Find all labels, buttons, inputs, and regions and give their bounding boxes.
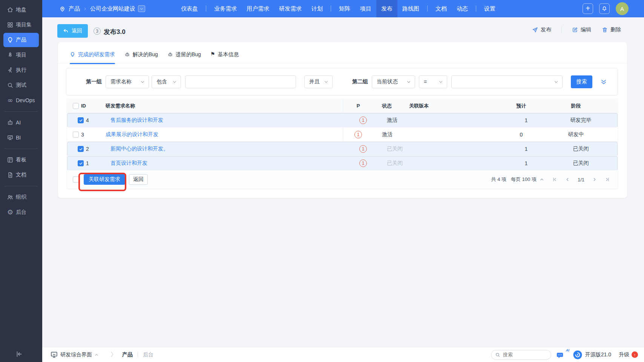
select-all-checkbox[interactable] (73, 103, 79, 109)
bottom-crumb-admin[interactable]: 后台 (143, 351, 153, 358)
back-button[interactable]: 返回 (57, 24, 88, 38)
project-switch-button[interactable] (138, 5, 145, 12)
story-link[interactable]: 售后服务的设计和开发 (110, 117, 163, 124)
search-button[interactable]: 搜索 (571, 75, 592, 88)
sidebar-item-label: DevOps (16, 97, 35, 103)
sidebar-item-program[interactable]: 项目集 (3, 18, 39, 32)
sidebar-item-admin[interactable]: ⚙ 后台 (3, 205, 39, 219)
sidebar-item-doc[interactable]: 文档 (3, 168, 39, 182)
filter-field1-select[interactable]: 需求名称 (106, 75, 149, 88)
story-link[interactable]: 首页设计和开发 (110, 160, 147, 167)
edit-action-button[interactable]: 编辑 (572, 26, 591, 33)
sidebar-item-project[interactable]: 项目 (3, 48, 39, 62)
sidebar-item-devops[interactable]: ∞ DevOps (3, 93, 39, 107)
avatar[interactable]: A (616, 2, 629, 15)
chevron-up-icon[interactable] (539, 177, 544, 182)
menu-item-doc[interactable]: 文档 (431, 0, 452, 17)
col-header-status[interactable]: 状态 (373, 103, 409, 109)
notification-button[interactable] (599, 3, 610, 14)
filter-group1-label: 第一组 (86, 78, 102, 85)
tab-finished-stories[interactable]: 完成的研发需求 (70, 51, 115, 63)
menu-item-release[interactable]: 发布 (376, 0, 397, 17)
bottom-crumb-product[interactable]: 产品 (122, 351, 133, 358)
top-navbar: 产品 公司企业网站建设 仪表盘 业务需求 用户需求 研发需求 计划 矩阵 项目 … (42, 0, 644, 17)
sidebar-item-label: 地盘 (16, 6, 26, 13)
story-table: ID 研发需求名称 P 状态 关联版本 预计 阶段 4 售后服务的设计和开发 1… (67, 99, 618, 189)
filter-value2-select[interactable] (451, 75, 563, 88)
upgrade-badge-icon[interactable]: ↑ (632, 351, 638, 358)
document-icon (7, 172, 14, 178)
sidebar-collapse-icon[interactable] (15, 350, 23, 357)
release-count-badge: 3 (94, 28, 101, 35)
breadcrumb-module[interactable]: 产品 (69, 5, 80, 12)
breadcrumb-item[interactable]: 公司企业网站建设 (90, 5, 135, 12)
publish-action-button[interactable]: 发布 (532, 26, 551, 33)
story-link[interactable]: 新闻中心的设计和开发。 (110, 146, 169, 152)
col-header-id[interactable]: ID (81, 103, 106, 109)
menu-item-project[interactable]: 项目 (355, 0, 376, 17)
status-cell: 激活 (378, 117, 414, 124)
view-switcher[interactable]: 研发综合界面 (60, 351, 92, 358)
row-checkbox[interactable] (78, 117, 84, 123)
sidebar-item-product[interactable]: 产品 (3, 33, 39, 47)
row-checkbox[interactable] (78, 160, 84, 166)
sidebar-item-dashboard[interactable]: 地盘 (3, 3, 39, 17)
menu-item-plan[interactable]: 计划 (307, 0, 328, 17)
sidebar-item-org[interactable]: 组织 (3, 190, 39, 204)
global-search[interactable] (491, 350, 551, 360)
action-divider (561, 26, 562, 33)
filter-value1-input[interactable] (185, 75, 296, 88)
tab-left-bugs[interactable]: 遗留的Bug (167, 51, 201, 63)
menu-item-settings[interactable]: 设置 (479, 0, 500, 17)
filter-op1-select[interactable]: 包含 (152, 75, 181, 88)
next-page-button[interactable] (592, 177, 597, 182)
prev-page-button[interactable] (565, 177, 570, 182)
menu-item-story[interactable]: 研发需求 (274, 0, 307, 17)
sidebar-item-label: 项目 (16, 52, 26, 58)
row-checkbox[interactable] (73, 132, 79, 138)
col-header-estimate[interactable]: 预计 (485, 103, 558, 109)
col-header-stage[interactable]: 阶段 (558, 103, 594, 109)
ai-chat-button[interactable]: AI (556, 351, 565, 359)
first-page-button[interactable] (552, 177, 557, 182)
menu-item-dynamic[interactable]: 动态 (452, 0, 473, 17)
sidebar-divider (4, 149, 38, 149)
footer-back-button[interactable]: 返回 (129, 174, 148, 185)
per-page[interactable]: 每页 100 项 (511, 176, 537, 183)
search-input[interactable] (503, 352, 541, 357)
row-checkbox[interactable] (78, 146, 84, 152)
last-page-button[interactable] (605, 177, 610, 182)
filter-op2-select[interactable]: = (419, 75, 447, 88)
menu-item-brstory[interactable]: 业务需求 (209, 0, 242, 17)
tab-basic-info[interactable]: ⚑ 基本信息 (210, 51, 239, 63)
menu-item-userstory[interactable]: 用户需求 (242, 0, 274, 17)
sidebar-item-qa[interactable]: 测试 (3, 78, 39, 92)
sidebar-item-label: 后台 (16, 209, 26, 216)
story-link[interactable]: 成果展示的设计和开发 (106, 131, 158, 138)
sidebar-item-kanban[interactable]: 看板 (3, 153, 39, 167)
footer-checkbox[interactable] (73, 176, 79, 183)
sidebar-item-bi[interactable]: BI (3, 130, 39, 145)
col-header-name[interactable]: 研发需求名称 (106, 99, 343, 113)
menu-item-matrix[interactable]: 矩阵 (334, 0, 355, 17)
tab-resolved-bugs[interactable]: 解决的Bug (124, 51, 158, 63)
create-button[interactable]: + (583, 3, 593, 14)
sidebar-item-label: 产品 (16, 37, 26, 43)
filter-join-select[interactable]: 并且 (304, 75, 333, 88)
version-label[interactable]: 开源版21.0 (585, 351, 611, 358)
sidebar-item-ai[interactable]: AI (3, 115, 39, 130)
chevron-down-icon (172, 80, 177, 84)
filter-field2-select[interactable]: 当前状态 (372, 75, 415, 88)
upgrade-link[interactable]: 升级 (619, 351, 629, 358)
search-icon (495, 352, 500, 357)
col-header-p[interactable]: P (343, 103, 373, 109)
row-id: 3 (81, 132, 106, 138)
delete-action-button[interactable]: 删除 (602, 26, 621, 33)
sidebar-item-execution[interactable]: 执行 (3, 63, 39, 77)
row-id: 4 (86, 117, 110, 123)
expand-filter-icon[interactable] (600, 78, 607, 85)
col-header-version[interactable]: 关联版本 (409, 103, 485, 109)
menu-item-roadmap[interactable]: 路线图 (397, 0, 424, 17)
table-row: 2 新闻中心的设计和开发。 1 已关闭 1 已关闭 (67, 142, 618, 156)
menu-item-dashboard[interactable]: 仪表盘 (176, 0, 203, 17)
